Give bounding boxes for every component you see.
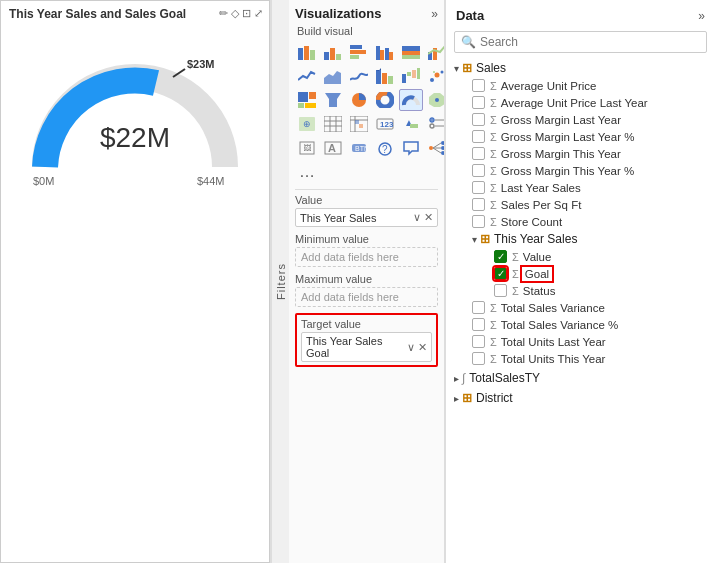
- pie-chart-icon[interactable]: [347, 89, 371, 111]
- district-group-header[interactable]: ▸ ⊞ District: [450, 389, 711, 407]
- list-item[interactable]: Σ Average Unit Price: [450, 77, 711, 94]
- sales-per-sq-ft-checkbox[interactable]: [472, 198, 485, 211]
- total-sales-variance-checkbox[interactable]: [472, 301, 485, 314]
- ribbon-icon[interactable]: [373, 65, 397, 87]
- filled-map-icon[interactable]: ⊕: [295, 113, 319, 135]
- search-input[interactable]: [480, 35, 700, 49]
- viz-panel-expand-icon[interactable]: »: [431, 7, 438, 21]
- this-year-sales-label: This Year Sales: [494, 232, 577, 246]
- list-item[interactable]: Σ Last Year Sales: [450, 179, 711, 196]
- map-icon[interactable]: [425, 89, 444, 111]
- this-year-sales-status-item[interactable]: Σ Status: [458, 282, 711, 299]
- list-item[interactable]: Σ Average Unit Price Last Year: [450, 94, 711, 111]
- target-field-dropdown[interactable]: This Year Sales Goal ∨ ✕: [301, 332, 432, 362]
- button-icon[interactable]: BTN: [347, 137, 371, 159]
- table-icon[interactable]: [321, 113, 345, 135]
- horizontal-bar-icon[interactable]: [347, 41, 371, 63]
- 100pct-bar-icon[interactable]: [399, 41, 423, 63]
- scatter-chart-icon[interactable]: [425, 65, 444, 87]
- list-item[interactable]: Σ Gross Margin Last Year %: [450, 128, 711, 145]
- sales-group-header[interactable]: ▾ ⊞ Sales: [450, 59, 711, 77]
- max-field-label: Maximum value: [295, 273, 438, 285]
- gross-margin-ty-checkbox[interactable]: [472, 147, 485, 160]
- total-sales-ty-expand-icon: ▸: [454, 373, 459, 384]
- line-smooth-icon[interactable]: [347, 65, 371, 87]
- treemap-icon2[interactable]: [295, 89, 319, 111]
- waterfall-icon[interactable]: [399, 65, 423, 87]
- list-item[interactable]: Σ Sales Per Sq Ft: [450, 196, 711, 213]
- this-year-sales-goal-item[interactable]: ✓ Σ Goal: [458, 265, 711, 282]
- total-sales-variance-icon: Σ: [490, 302, 497, 314]
- max-field-placeholder[interactable]: Add data fields here: [295, 287, 438, 307]
- status-checkbox[interactable]: [494, 284, 507, 297]
- sales-group: ▾ ⊞ Sales Σ Average Unit Price Σ Average…: [450, 59, 711, 367]
- store-count-checkbox[interactable]: [472, 215, 485, 228]
- this-year-sales-value-item[interactable]: ✓ Σ Value: [458, 248, 711, 265]
- filters-tab[interactable]: Filters: [271, 0, 289, 563]
- gross-margin-ty-pct-checkbox[interactable]: [472, 164, 485, 177]
- svg-rect-20: [402, 55, 420, 59]
- gross-margin-ty-label: Gross Margin This Year: [501, 148, 621, 160]
- qna-icon[interactable]: ?: [373, 137, 397, 159]
- slicer-icon[interactable]: [425, 113, 444, 135]
- decomp-tree-icon[interactable]: [425, 137, 444, 159]
- goal-checkbox[interactable]: ✓: [494, 267, 507, 280]
- total-sales-variance-pct-checkbox[interactable]: [472, 318, 485, 331]
- kpi-icon[interactable]: ▲: [399, 113, 423, 135]
- target-expand-icon[interactable]: ∨: [407, 341, 415, 354]
- line-chart-icon[interactable]: [295, 65, 319, 87]
- text-box-icon[interactable]: A: [321, 137, 345, 159]
- list-item[interactable]: Σ Store Count: [450, 213, 711, 230]
- svg-rect-6: [304, 46, 309, 60]
- pin-icon[interactable]: ⊡: [242, 7, 251, 20]
- search-box[interactable]: 🔍: [454, 31, 707, 53]
- shape-image-icon[interactable]: 🖼: [295, 137, 319, 159]
- min-field-placeholder[interactable]: Add data fields here: [295, 247, 438, 267]
- avg-unit-price-checkbox[interactable]: [472, 79, 485, 92]
- this-year-sales-header[interactable]: ▾ ⊞ This Year Sales: [458, 230, 711, 248]
- total-sales-variance-pct-icon: Σ: [490, 319, 497, 331]
- list-item[interactable]: Σ Gross Margin This Year %: [450, 162, 711, 179]
- focus-icon[interactable]: ◇: [231, 7, 239, 20]
- list-item[interactable]: Σ Gross Margin This Year: [450, 145, 711, 162]
- card-icon[interactable]: 123: [373, 113, 397, 135]
- combo-icon[interactable]: [425, 41, 444, 63]
- filters-tab-label: Filters: [275, 263, 287, 300]
- value-close-icon[interactable]: ✕: [424, 211, 433, 224]
- area-chart-icon[interactable]: [321, 65, 345, 87]
- smart-narrative-icon[interactable]: [399, 137, 423, 159]
- total-units-ty-checkbox[interactable]: [472, 352, 485, 365]
- data-panel-header: Data »: [446, 0, 715, 27]
- stacked-bar-chart-icon[interactable]: [295, 41, 319, 63]
- matrix-icon[interactable]: [347, 113, 371, 135]
- gross-margin-ly-checkbox[interactable]: [472, 113, 485, 126]
- target-close-icon[interactable]: ✕: [418, 341, 427, 354]
- avg-unit-price-ly-icon: Σ: [490, 97, 497, 109]
- value-field-selected: This Year Sales: [300, 212, 413, 224]
- svg-rect-10: [336, 54, 341, 60]
- gauge-visual-icon[interactable]: [399, 89, 423, 111]
- list-item[interactable]: Σ Total Units Last Year: [450, 333, 711, 350]
- pencil-icon[interactable]: ✏: [219, 7, 228, 20]
- list-item[interactable]: Σ Total Sales Variance: [450, 299, 711, 316]
- gross-margin-ly-pct-checkbox[interactable]: [472, 130, 485, 143]
- value-field-dropdown[interactable]: This Year Sales ∨ ✕: [295, 208, 438, 227]
- data-panel-expand-icon[interactable]: »: [698, 9, 705, 23]
- more-visuals-icon[interactable]: …: [295, 161, 319, 183]
- value-expand-icon[interactable]: ∨: [413, 211, 421, 224]
- expand-icon[interactable]: ⤢: [254, 7, 263, 20]
- total-sales-ty-header[interactable]: ▸ ∫ TotalSalesTY: [450, 369, 711, 387]
- funnel-icon[interactable]: [321, 89, 345, 111]
- store-count-label: Store Count: [501, 216, 562, 228]
- list-item[interactable]: Σ Total Units This Year: [450, 350, 711, 367]
- last-year-sales-checkbox[interactable]: [472, 181, 485, 194]
- avg-unit-price-ly-checkbox[interactable]: [472, 96, 485, 109]
- clustered-bar-icon[interactable]: [373, 41, 397, 63]
- value-checkbox[interactable]: ✓: [494, 250, 507, 263]
- total-units-ly-checkbox[interactable]: [472, 335, 485, 348]
- last-year-sales-icon: Σ: [490, 182, 497, 194]
- donut-chart-icon[interactable]: [373, 89, 397, 111]
- bar-chart-icon[interactable]: [321, 41, 345, 63]
- list-item[interactable]: Σ Gross Margin Last Year: [450, 111, 711, 128]
- list-item[interactable]: Σ Total Sales Variance %: [450, 316, 711, 333]
